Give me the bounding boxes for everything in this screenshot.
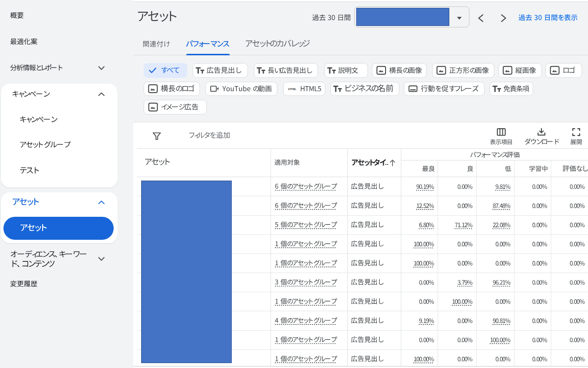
svg-text:HTML: HTML xyxy=(288,87,296,91)
